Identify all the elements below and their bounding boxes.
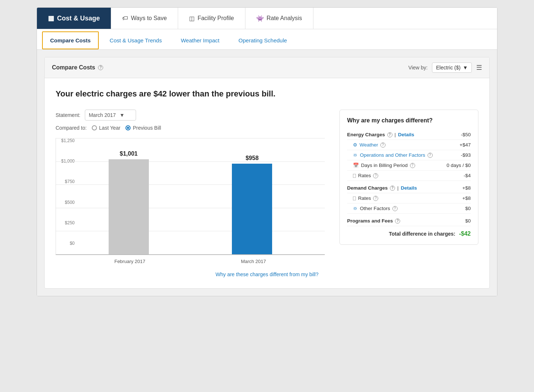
programs-fees-label: Programs and Fees ?: [347, 218, 400, 224]
why-demand-charges-header: Demand Charges ? | Details +$8: [347, 183, 471, 193]
bar-feb: $1,001: [109, 151, 149, 254]
tab-cost-usage-label: Cost & Usage: [57, 15, 100, 22]
chart-left: Statement: March 2017 ▼ Compared to:: [56, 110, 325, 264]
rates-energy-value: -$4: [463, 173, 471, 178]
card-header-right: View by: Electric ($) ▼ ☰: [409, 62, 482, 73]
demand-charges-help-icon[interactable]: ?: [390, 186, 395, 191]
tab-ways-to-save-label: Ways to Save: [131, 15, 167, 22]
days-billing-help-icon[interactable]: ?: [410, 163, 415, 168]
weather-value: +$47: [460, 142, 471, 148]
bar-mar-rect: [232, 164, 272, 254]
gear-icon: ⚙: [353, 142, 357, 148]
energy-charges-details-link[interactable]: Details: [398, 132, 414, 137]
card-header: Compare Costs ? View by: Electric ($) ▼ …: [45, 57, 489, 78]
radio-last-year-label: Last Year: [99, 125, 120, 131]
dropdown-arrow-icon: ▼: [120, 112, 125, 118]
rates-demand-value: +$8: [462, 195, 471, 201]
operations-label: ⛭ Operations and Other Factors ?: [353, 152, 433, 158]
bar-feb-value: $1,001: [120, 151, 138, 157]
statement-label: Statement:: [56, 112, 80, 118]
tab-cost-usage-trends[interactable]: Cost & Usage Trends: [102, 31, 170, 49]
chart-x-labels: February 2017 March 2017: [56, 255, 325, 264]
rates-demand-help-icon[interactable]: ?: [373, 196, 378, 201]
other-factors-value: $0: [465, 206, 471, 211]
why-rates-demand-row: ⎕ Rates ? +$8: [347, 193, 471, 203]
weather-label: ⚙ Weather ?: [353, 142, 386, 148]
why-programs-fees-header: Programs and Fees ? $0: [347, 216, 471, 226]
footer-link[interactable]: Why are these charges different from my …: [56, 271, 478, 277]
app-container: ▩ Cost & Usage 🏷 Ways to Save ◫ Facility…: [37, 7, 497, 296]
card-title-text: Compare Costs: [52, 64, 95, 71]
tab-rate-analysis[interactable]: 👾 Rate Analysis: [245, 8, 313, 29]
grid-icon: ◫: [189, 15, 195, 22]
content-area: Compare Costs ? View by: Electric ($) ▼ …: [37, 50, 497, 296]
operations-value: -$93: [461, 152, 471, 158]
menu-icon[interactable]: ☰: [476, 64, 482, 72]
energy-charges-value: -$50: [461, 132, 471, 137]
statement-dropdown[interactable]: March 2017 ▼: [85, 110, 136, 121]
other-factors-help-icon[interactable]: ?: [392, 206, 398, 211]
view-by-dropdown[interactable]: Electric ($) ▼: [432, 62, 472, 73]
chevron-down-icon: ▼: [463, 65, 468, 71]
rates-energy-help-icon[interactable]: ?: [373, 173, 378, 178]
tab-weather-impact[interactable]: Weather Impact: [173, 31, 227, 49]
demand-charges-details-link[interactable]: Details: [401, 185, 417, 191]
tab-ways-to-save[interactable]: 🏷 Ways to Save: [111, 8, 178, 29]
total-label: Total difference in charges:: [389, 231, 455, 237]
bar-mar: $958: [232, 155, 272, 254]
why-operations-row: ⛭ Operations and Other Factors ? -$93: [347, 150, 471, 160]
compared-to-label: Compared to:: [56, 125, 87, 131]
operations-help-icon[interactable]: ?: [428, 153, 433, 158]
calculator-icon: 👾: [256, 15, 264, 22]
card-title-help-icon[interactable]: ?: [98, 65, 103, 70]
view-by-label: View by:: [409, 65, 428, 71]
top-nav: ▩ Cost & Usage 🏷 Ways to Save ◫ Facility…: [37, 8, 497, 29]
tag-icon: 🏷: [122, 15, 128, 22]
bar-mar-value: $958: [245, 155, 259, 161]
tab-rate-analysis-label: Rate Analysis: [267, 15, 302, 22]
tab-facility-profile-label: Facility Profile: [198, 15, 234, 22]
calc-icon: ⎕: [353, 173, 356, 178]
tab-facility-profile[interactable]: ◫ Facility Profile: [178, 8, 245, 29]
second-nav: Compare Costs Cost & Usage Trends Weathe…: [37, 29, 497, 50]
x-label-mar: March 2017: [241, 259, 266, 264]
tab-cost-usage[interactable]: ▩ Cost & Usage: [37, 8, 111, 29]
days-billing-label: 📅 Days in Billing Period ?: [353, 163, 415, 168]
radio-circle-previous-bill: [125, 125, 131, 130]
bar-feb-rect: [109, 159, 149, 254]
chart-grid: $1,001 $958: [56, 138, 325, 255]
view-by-value: Electric ($): [436, 65, 460, 71]
chart-controls: Statement: March 2017 ▼ Compared to:: [56, 110, 325, 131]
why-days-billing-row: 📅 Days in Billing Period ? 0 days / $0: [347, 160, 471, 171]
bar-chart-icon: ▩: [48, 14, 54, 22]
programs-fees-help-icon[interactable]: ?: [395, 218, 400, 224]
gear-multi-icon: ⛭: [353, 152, 358, 158]
total-row: Total difference in charges: -$42: [347, 231, 471, 237]
radio-previous-bill[interactable]: Previous Bill: [125, 125, 161, 131]
weather-help-icon[interactable]: ?: [380, 142, 386, 148]
why-energy-charges-header: Energy Charges ? | Details -$50: [347, 130, 471, 140]
energy-charges-help-icon[interactable]: ?: [387, 132, 392, 137]
why-rates-energy-row: ⎕ Rates ? -$4: [347, 171, 471, 181]
bar-chart: $1,250 $1,000 $750 $500 $250 $0: [56, 138, 325, 264]
why-box: Why are my charges different? Energy Cha…: [339, 110, 478, 245]
calc-demand-icon: ⎕: [353, 195, 356, 201]
chart-section: Statement: March 2017 ▼ Compared to:: [56, 110, 478, 264]
radio-last-year[interactable]: Last Year: [92, 125, 120, 131]
headline: Your electric charges are $42 lower than…: [56, 89, 478, 99]
radio-previous-bill-label: Previous Bill: [133, 125, 161, 131]
radio-circle-last-year: [92, 125, 97, 130]
statement-row: Statement: March 2017 ▼: [56, 110, 325, 121]
programs-fees-value: $0: [465, 218, 471, 224]
calendar-icon: 📅: [353, 163, 359, 168]
other-factors-label: ⛭ Other Factors ?: [353, 206, 398, 211]
tab-operating-schedule[interactable]: Operating Schedule: [230, 31, 295, 49]
tab-compare-costs[interactable]: Compare Costs: [42, 31, 99, 49]
compare-costs-card: Compare Costs ? View by: Electric ($) ▼ …: [44, 57, 490, 289]
rates-energy-label: ⎕ Rates ?: [353, 173, 378, 178]
days-billing-value: 0 days / $0: [447, 163, 471, 168]
energy-charges-label: Energy Charges ? | Details: [347, 132, 414, 137]
other-factors-icon: ⛭: [353, 206, 358, 211]
statement-value: March 2017: [89, 112, 116, 118]
x-label-feb: February 2017: [114, 259, 146, 264]
